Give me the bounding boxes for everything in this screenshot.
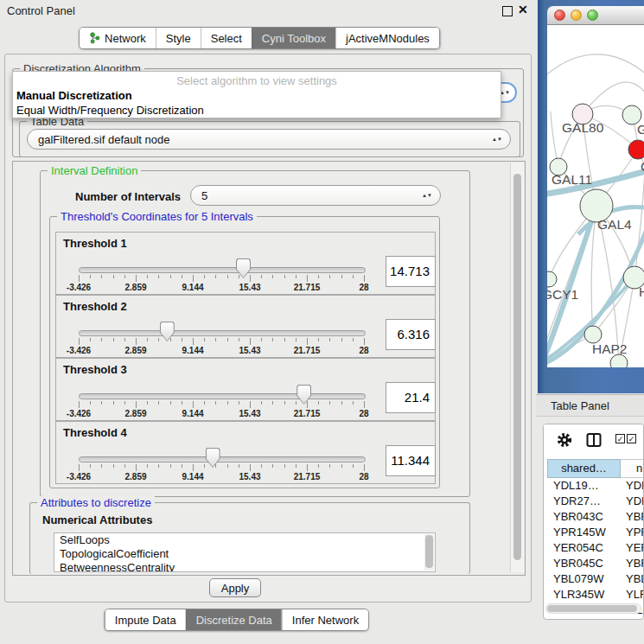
slider-ticks [79, 275, 364, 283]
table-horizontal-scrollbar[interactable] [545, 603, 641, 614]
table-row[interactable]: YBL079WYBL0 [547, 571, 644, 587]
scrollbar-thumb[interactable] [513, 174, 521, 560]
threshold-value-input[interactable]: 21.4 [386, 382, 436, 413]
select-columns-icon[interactable]: ✓ ✓ [615, 434, 636, 443]
number-of-intervals-combobox[interactable]: 5 ▲▼ [190, 185, 441, 206]
window-close-button[interactable] [554, 10, 565, 21]
list-item-topologicalcoefficient[interactable]: TopologicalCoefficient [54, 547, 435, 561]
tick-mark [182, 401, 182, 405]
axis-tick-label: -3.426 [67, 409, 91, 418]
network-window-frame: GAL80GACGAL11GAL4GCY1HHAP2 [538, 0, 644, 393]
algorithm-option-equal-width-frequency-discretization[interactable]: Equal Width/Frequency Discretization [13, 103, 501, 118]
axis-tick-label: 28 [359, 283, 368, 292]
tick-mark [90, 401, 91, 405]
table-row[interactable]: YPR145WYPR1 [547, 525, 644, 540]
tab-discretize-data[interactable]: Discretize Data [186, 609, 282, 630]
thresholds-group-title: Threshold's Coordinates for 5 Intervals [57, 210, 257, 223]
threshold-value-input[interactable]: 11.344 [386, 445, 436, 476]
tick-mark [364, 401, 365, 408]
number-of-intervals-value: 5 [201, 189, 422, 202]
slider-track[interactable] [79, 330, 366, 336]
table-row[interactable]: YBR045CYBR0 [547, 556, 644, 571]
cell-shared-name: YDL19… [547, 478, 621, 494]
table-row[interactable]: YER054CYER0 [547, 540, 644, 556]
table-row[interactable]: YBR043CYBR0 [547, 509, 644, 525]
tick-mark [341, 464, 342, 468]
column-header-name[interactable]: n [621, 459, 644, 478]
tick-mark [136, 401, 137, 408]
network-window-titlebar[interactable] [547, 6, 644, 25]
window-zoom-button[interactable] [587, 10, 598, 21]
list-scrollbar-thumb[interactable] [425, 535, 433, 568]
axis-tick-label: 2.859 [124, 346, 146, 355]
tick-mark [204, 275, 205, 278]
tick-mark [90, 275, 91, 278]
node-HAP2[interactable] [584, 326, 602, 343]
list-item-betweennesscentrality[interactable]: BetweennessCentrality [54, 561, 435, 572]
threshold-label: Threshold 1 [63, 237, 127, 250]
list-item-selfloops[interactable]: SelfLoops [54, 533, 435, 547]
tab-impute-data-label: Impute Data [115, 614, 176, 627]
float-window-icon[interactable] [502, 6, 513, 16]
table-data-combobox[interactable]: galFiltered.sif default node ▲▼ [27, 129, 511, 150]
list-scrollbar[interactable] [424, 534, 434, 571]
tick-mark [341, 401, 342, 405]
axis-tick-label: 28 [359, 472, 368, 481]
network-graph[interactable]: GAL80GACGAL11GAL4GCY1HHAP2 [547, 25, 644, 367]
tick-mark [182, 275, 182, 278]
tick-mark [136, 275, 137, 282]
threshold-value-input[interactable]: 6.316 [386, 319, 436, 350]
tab-select-label: Select [211, 32, 242, 45]
node-red-node[interactable] [628, 140, 644, 159]
tab-style[interactable]: Style [156, 28, 201, 48]
thresholds-group: Threshold's Coordinates for 5 Intervals … [49, 216, 440, 488]
tick-mark [261, 464, 262, 468]
axis-tick-label: 21.715 [294, 472, 321, 481]
tick-mark [90, 464, 91, 468]
algorithm-option-manual-discretization[interactable]: Manual Discretization [13, 88, 501, 103]
slider-track[interactable] [79, 393, 366, 399]
split-columns-icon[interactable] [586, 432, 602, 451]
tab-impute-data[interactable]: Impute Data [105, 609, 186, 630]
node-label-h: H [639, 284, 644, 299]
tab-cyni-toolbox[interactable]: Cyni Toolbox [252, 28, 335, 48]
column-header-shared-name[interactable]: shared… [547, 459, 621, 478]
slider-ticks [79, 401, 364, 409]
interval-definition-group: Interval Definition Number of Intervals … [40, 170, 470, 497]
top-tab-bar: NetworkStyleSelectCyni ToolboxjActiveMNo… [79, 27, 440, 49]
numerical-attributes-list[interactable]: SelfLoopsTopologicalCoefficientBetweenne… [54, 532, 436, 572]
table-row[interactable]: YDL19…YDL1 [547, 478, 644, 494]
table-row[interactable]: YLR345WYLR3 [547, 587, 644, 603]
slider-track[interactable] [79, 456, 366, 462]
tick-mark [284, 464, 285, 468]
tab-discretize-data-label: Discretize Data [196, 614, 272, 627]
node-label-gal4: GAL4 [597, 217, 632, 232]
apply-button[interactable]: Apply [209, 578, 261, 597]
tab-infer-network[interactable]: Infer Network [282, 609, 368, 630]
tick-mark [296, 401, 296, 405]
network-canvas[interactable]: GAL80GACGAL11GAL4GCY1HHAP2 [547, 25, 644, 367]
tab-network[interactable]: Network [80, 28, 156, 48]
gear-icon[interactable] [557, 432, 572, 451]
tick-mark [158, 401, 159, 405]
table-row[interactable]: YDR27…YDR2 [547, 494, 644, 509]
tick-mark [284, 401, 285, 405]
tick-mark [307, 464, 308, 471]
table-scrollbar-thumb[interactable] [547, 605, 637, 612]
slider-track[interactable] [79, 267, 366, 273]
tick-mark [296, 464, 296, 468]
cell-name: YLR3 [621, 587, 644, 603]
node-GCY1[interactable] [547, 271, 557, 287]
threshold-panel-3: Threshold 3-3.4262.8599.14415.4321.71528… [55, 358, 436, 421]
tick-mark [182, 464, 182, 468]
tab-jactivemnodules[interactable]: jActiveMNodules [335, 28, 439, 48]
vertical-scrollbar[interactable] [510, 163, 524, 572]
tick-mark [364, 275, 365, 282]
window-minimize-button[interactable] [571, 10, 582, 21]
threshold-value-input[interactable]: 14.713 [386, 256, 436, 287]
tick-mark [261, 401, 262, 405]
interval-definition-group-title: Interval Definition [48, 164, 141, 177]
tab-select[interactable]: Select [201, 28, 252, 48]
close-icon[interactable]: ✕ [518, 3, 528, 16]
node-node-bottom[interactable] [610, 354, 628, 367]
